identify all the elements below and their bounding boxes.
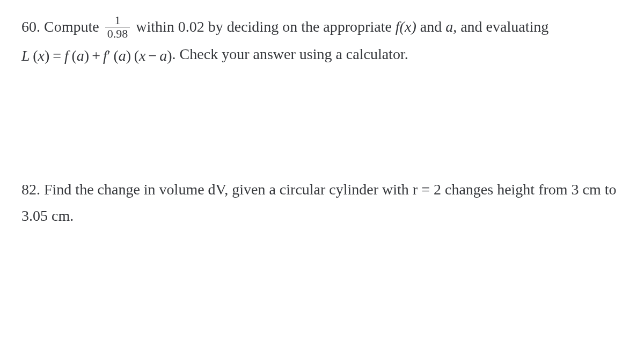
fraction-denominator: 0.98 xyxy=(105,27,130,40)
x-var: x xyxy=(139,47,145,64)
f-symbol: f xyxy=(103,47,107,64)
problem-text: and xyxy=(416,18,445,35)
a-var: a xyxy=(77,47,84,64)
fraction-numerator: 1 xyxy=(105,15,130,27)
problem-number: 60. xyxy=(21,18,40,35)
problem-82: 82. Find the change in volume dV, given … xyxy=(21,176,623,229)
fx-notation: f(x) xyxy=(396,18,416,35)
paren-close: ) xyxy=(167,47,172,64)
paren-close: ) xyxy=(84,47,89,64)
problem-text: Find the change in volume dV, given a ci… xyxy=(21,181,617,224)
L-symbol: L xyxy=(21,47,30,64)
paren-close: ) xyxy=(45,47,49,64)
paren-open: ( xyxy=(134,47,139,64)
problem-text: within 0.02 by deciding on the appropria… xyxy=(132,18,396,35)
paren-close: ) xyxy=(126,47,131,64)
problem-text: . Check your answer using a calculator. xyxy=(172,46,408,62)
paren-open: ( xyxy=(33,47,38,64)
problem-text: , and evaluating xyxy=(453,18,548,35)
problem-text: Compute xyxy=(40,18,103,35)
equals-sign: = xyxy=(53,47,61,64)
plus-sign: + xyxy=(92,47,100,64)
paren-open: ( xyxy=(113,47,118,64)
a-var: a xyxy=(159,47,167,64)
a-var: a xyxy=(119,47,126,64)
paren-open: ( xyxy=(71,47,76,64)
problem-number: 82. xyxy=(21,181,40,198)
minus-sign: − xyxy=(148,47,157,64)
equation: L (x)=f (a)+f′ (a) (x−a) xyxy=(21,42,172,69)
x-var: x xyxy=(38,47,45,64)
fraction: 10.98 xyxy=(105,15,130,40)
problem-60: 60. Compute 10.98 within 0.02 by decidin… xyxy=(21,13,623,69)
f-symbol: f xyxy=(64,47,69,64)
a-variable: a xyxy=(445,18,453,35)
